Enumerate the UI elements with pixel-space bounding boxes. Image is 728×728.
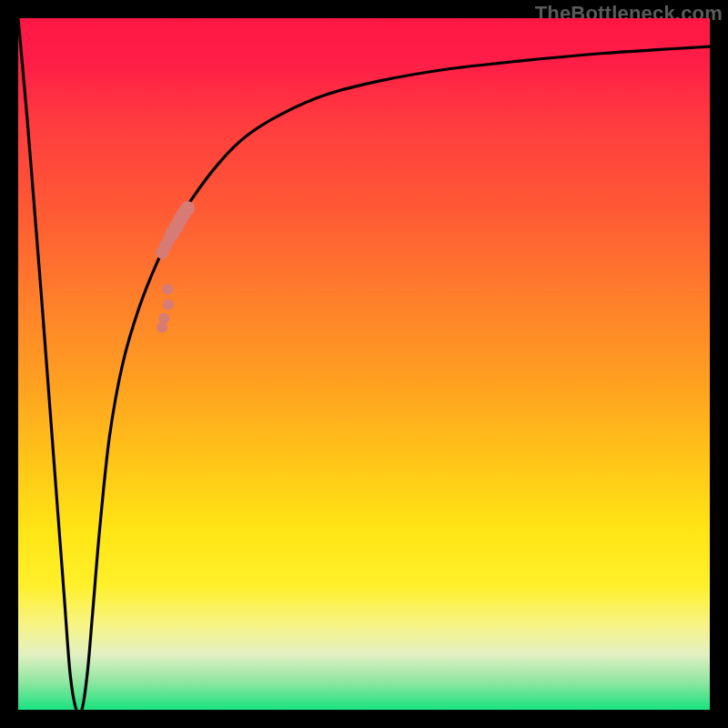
highlight-dots [156,201,195,333]
bottleneck-curve [18,18,710,710]
highlight-dot [180,201,195,216]
highlight-dot [163,299,174,310]
highlight-dot [157,322,167,333]
highlight-dot [162,284,173,295]
plot-area [18,18,710,710]
curve-svg [18,18,710,710]
chart-frame: TheBottleneck.com [0,0,728,728]
